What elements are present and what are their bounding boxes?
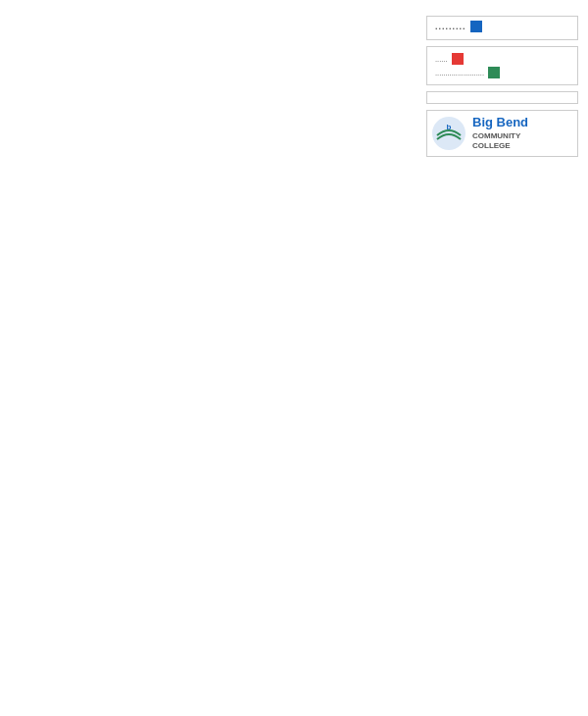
key-deadline-item: ...... bbox=[431, 53, 573, 65]
page-layout: ......... ...... .......................… bbox=[10, 10, 578, 157]
calendars-section bbox=[10, 10, 418, 157]
holidays-title: ......... bbox=[431, 21, 573, 32]
right-section: ......... ...... .......................… bbox=[426, 10, 578, 157]
key-deadline-dots: ...... bbox=[435, 55, 448, 64]
holidays-dots: ......... bbox=[435, 22, 466, 31]
holidays-box: ......... bbox=[426, 16, 578, 40]
logo-college: COLLEGE bbox=[472, 141, 528, 151]
key-payday-dots: ........................ bbox=[435, 69, 484, 77]
blue-square-icon bbox=[470, 21, 482, 32]
logo-text: Big Bend COMMUNITY COLLEGE bbox=[472, 115, 528, 152]
key-payday-item: ........................ bbox=[431, 67, 573, 78]
big-bend-logo-icon: b bbox=[431, 116, 466, 151]
green-square-icon bbox=[488, 67, 500, 78]
logo-big: Big Bend bbox=[472, 115, 528, 131]
phone-box bbox=[426, 91, 578, 104]
logo-area: b Big Bend COMMUNITY COLLEGE bbox=[426, 110, 578, 157]
red-square-icon bbox=[452, 53, 464, 65]
key-box: ...... ........................ bbox=[426, 46, 578, 85]
logo-community: COMMUNITY bbox=[472, 131, 528, 141]
